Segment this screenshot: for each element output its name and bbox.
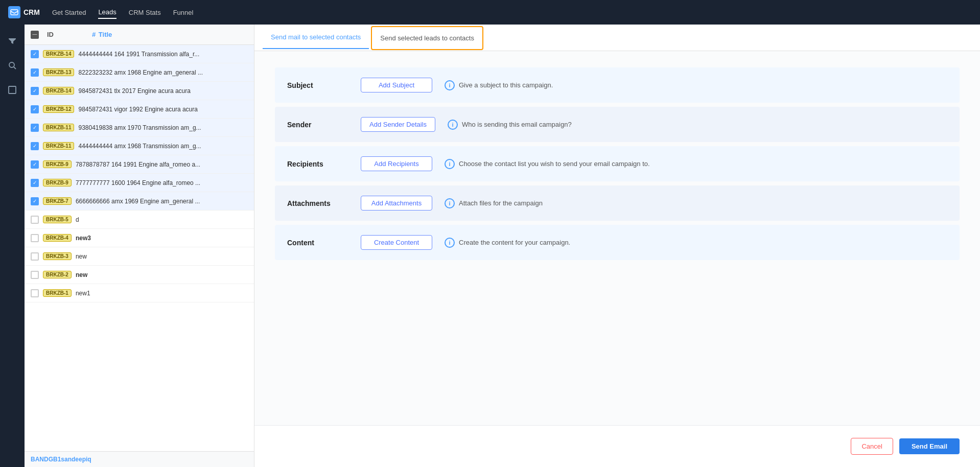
filter-icon[interactable] [4, 33, 20, 49]
row-title: new3 [76, 235, 248, 242]
form-area: Subject Add Subject i Give a subject to … [254, 51, 980, 425]
column-header-id: ID [47, 31, 88, 38]
table-row[interactable]: BRKZB-3 new [25, 247, 254, 266]
tab-send-leads[interactable]: Send selected leads to contacts [371, 26, 483, 50]
recipients-info: i Choose the contact list you wish to se… [445, 159, 650, 169]
form-row-subject: Subject Add Subject i Give a subject to … [275, 67, 960, 103]
row-id-badge: BRKZB-13 [43, 68, 74, 76]
attachments-info-text: Attach files for the campaign [459, 199, 543, 207]
row-checkbox[interactable]: ✓ [31, 105, 39, 113]
info-icon: i [445, 159, 455, 169]
table-row[interactable]: ✓ BRKZB-11 9380419838 amx 1970 Transmiss… [25, 119, 254, 137]
table-row[interactable]: BRKZB-5 d [25, 211, 254, 229]
table-row[interactable]: ✓ BRKZB-12 9845872431 vigor 1992 Engine … [25, 100, 254, 119]
send-email-button[interactable]: Send Email [899, 438, 960, 454]
row-checkbox[interactable]: ✓ [31, 160, 39, 169]
row-checkbox[interactable] [31, 216, 39, 224]
recipients-info-text: Choose the contact list you wish to send… [459, 160, 650, 168]
form-row-recipients: Recipients Add Recipients i Choose the c… [275, 146, 960, 181]
table-row[interactable]: ✓ BRKZB-14 4444444444 164 1991 Transmiss… [25, 45, 254, 63]
cancel-button[interactable]: Cancel [851, 438, 893, 455]
row-id-badge: BRKZB-12 [43, 105, 74, 113]
row-checkbox[interactable]: ✓ [31, 87, 39, 95]
svg-rect-3 [9, 86, 16, 94]
row-id-badge: BRKZB-5 [43, 216, 72, 223]
row-id-badge: BRKZB-7 [43, 197, 72, 205]
row-checkbox[interactable] [31, 271, 39, 279]
tab-send-mail[interactable]: Send mail to selected contacts [263, 26, 369, 49]
create-content-button[interactable]: Create Content [361, 235, 432, 250]
add-sender-button[interactable]: Add Sender Details [361, 117, 435, 132]
table-rows: ✓ BRKZB-14 4444444444 164 1991 Transmiss… [25, 45, 254, 451]
row-checkbox[interactable] [31, 234, 39, 242]
row-id-badge: BRKZB-9 [43, 160, 72, 168]
row-title: 9380419838 amx 1970 Transmission am_g... [78, 124, 248, 131]
row-checkbox[interactable] [31, 289, 39, 297]
row-checkbox[interactable]: ✓ [31, 124, 39, 132]
row-checkbox[interactable]: ✓ [31, 68, 39, 77]
layout-icon[interactable] [4, 82, 20, 98]
add-attachments-button[interactable]: Add Attachments [361, 196, 432, 211]
row-title: 9845872431 tlx 2017 Engine acura acura [78, 87, 248, 95]
info-icon: i [448, 120, 458, 130]
subject-info-text: Give a subject to this campaign. [459, 81, 553, 89]
info-icon: i [445, 238, 455, 248]
add-subject-button[interactable]: Add Subject [361, 78, 432, 92]
sender-info-text: Who is sending this email campaign? [462, 121, 572, 128]
nav-logo-text: CRM [24, 8, 40, 16]
table-row[interactable]: BRKZB-4 new3 [25, 229, 254, 247]
crm-logo-icon [8, 6, 20, 18]
column-header-title: # Title [92, 31, 248, 38]
table-row[interactable]: ✓ BRKZB-9 7777777777 1600 1964 Engine al… [25, 174, 254, 192]
table-row[interactable]: BRKZB-1 new1 [25, 284, 254, 302]
nav-item-get-started[interactable]: Get Started [52, 7, 86, 18]
form-row-attachments: Attachments Add Attachments i Attach fil… [275, 185, 960, 221]
table-row[interactable]: ✓ BRKZB-13 8222323232 amx 1968 Engine am… [25, 63, 254, 82]
row-id-badge: BRKZB-3 [43, 252, 72, 260]
row-id-badge: BRKZB-1 [43, 289, 72, 297]
svg-line-2 [14, 67, 16, 69]
table-area: ID # Title ✓ BRKZB-14 4444444444 164 199… [25, 25, 254, 467]
nav-item-leads[interactable]: Leads [98, 6, 116, 19]
sidebar-icons [0, 25, 25, 467]
row-title: 6666666666 amx 1969 Engine am_general ..… [76, 198, 248, 205]
content-info-text: Create the content for your campaign. [459, 239, 570, 246]
table-row[interactable]: ✓ BRKZB-7 6666666666 amx 1969 Engine am_… [25, 192, 254, 211]
row-checkbox[interactable]: ✓ [31, 142, 39, 150]
row-title: 7878878787 164 1991 Engine alfa_romeo a.… [76, 161, 248, 168]
row-title: new [76, 253, 248, 260]
row-checkbox[interactable]: ✓ [31, 179, 39, 187]
row-checkbox[interactable] [31, 252, 39, 261]
sender-label: Sender [287, 121, 348, 129]
attachments-info: i Attach files for the campaign [445, 198, 543, 208]
nav-item-funnel[interactable]: Funnel [173, 7, 194, 18]
row-title: 9845872431 vigor 1992 Engine acura acura [78, 106, 248, 113]
form-row-sender: Sender Add Sender Details i Who is sendi… [275, 107, 960, 142]
table-row[interactable]: BRKZB-2 new [25, 266, 254, 284]
add-recipients-button[interactable]: Add Recipients [361, 156, 432, 171]
table-row[interactable]: ✓ BRKZB-9 7878878787 164 1991 Engine alf… [25, 155, 254, 174]
row-checkbox[interactable]: ✓ [31, 50, 39, 58]
form-row-content: Content Create Content i Create the cont… [275, 225, 960, 260]
table-header: ID # Title [25, 25, 254, 45]
table-footer: BANDGB1sandeepiq [25, 451, 254, 467]
row-title: d [76, 216, 248, 223]
content-info: i Create the content for your campaign. [445, 238, 570, 248]
search-icon[interactable] [4, 57, 20, 74]
row-id-badge: BRKZB-11 [43, 142, 74, 150]
top-nav: CRM Get Started Leads CRM Stats Funnel [0, 0, 980, 25]
recipients-label: Recipients [287, 160, 348, 168]
tabs-bar: Send mail to selected contacts Send sele… [254, 25, 980, 51]
row-title: 4444444444 amx 1968 Transmission am_g... [78, 143, 248, 150]
table-row[interactable]: ✓ BRKZB-11 4444444444 amx 1968 Transmiss… [25, 137, 254, 155]
row-checkbox[interactable]: ✓ [31, 197, 39, 205]
table-row[interactable]: ✓ BRKZB-14 9845872431 tlx 2017 Engine ac… [25, 82, 254, 100]
row-id-badge: BRKZB-14 [43, 50, 74, 58]
row-title: new [76, 271, 248, 278]
svg-point-1 [9, 62, 14, 67]
info-icon: i [445, 80, 455, 90]
subject-info: i Give a subject to this campaign. [445, 80, 553, 90]
nav-item-crm-stats[interactable]: CRM Stats [129, 7, 161, 18]
nav-logo: CRM [8, 6, 40, 18]
master-checkbox[interactable] [31, 31, 39, 39]
